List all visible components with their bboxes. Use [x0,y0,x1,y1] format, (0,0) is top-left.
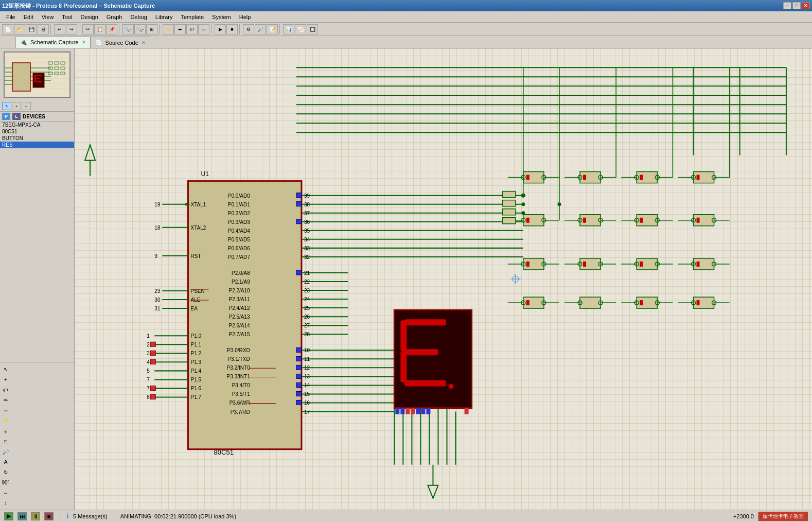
device-7seg[interactable]: 7SEG-MPX1-CA [0,121,74,128]
tb-bus[interactable]: ═ [198,24,209,34]
menu-file[interactable]: File [2,13,20,21]
svg-text:P3.5/T1: P3.5/T1 [232,391,251,397]
svg-rect-212 [421,408,425,414]
menu-tool[interactable]: Tool [58,13,76,21]
tab-source[interactable]: 📄 Source Code ✕ [91,37,150,48]
l-button[interactable]: L [12,113,21,120]
svg-rect-82 [150,359,155,364]
svg-rect-284 [583,262,586,267]
tb-save[interactable]: 💾 [26,24,37,34]
svg-text:16: 16 [304,401,310,406]
tb-stop[interactable]: ■ [226,24,238,34]
svg-rect-272 [697,218,700,223]
play-button[interactable]: ▶ [4,512,13,520]
svg-text:33: 33 [304,246,310,251]
tool-port[interactable]: □ [1,437,10,446]
menu-design[interactable]: Design [77,13,102,21]
svg-text:P0.4/AD4: P0.4/AD4 [228,228,250,234]
menu-system[interactable]: System [208,13,235,21]
svg-text:5: 5 [147,368,150,374]
stop-button[interactable]: ■ [44,512,54,520]
sidebar-add[interactable]: + [12,102,21,110]
pause-button[interactable]: ⏸ [31,512,40,520]
menubar: File Edit View Tool Design Graph Debug L… [0,11,812,23]
svg-text:3: 3 [147,351,150,356]
tb-extra2[interactable]: 📈 [295,24,306,34]
p-button[interactable]: P [2,113,10,120]
device-button[interactable]: BUTTON [0,135,74,142]
svg-text:P3.6/WR: P3.6/WR [230,401,250,406]
tool-lbl[interactable]: 🏷 [1,385,10,394]
sidebar-del[interactable]: − [22,102,31,110]
minimize-button[interactable]: ─ [783,2,791,9]
menu-help[interactable]: Help [235,13,255,21]
tb-extra1[interactable]: 📊 [283,24,294,34]
tool-component[interactable]: + [1,375,10,384]
menu-edit[interactable]: Edit [20,13,38,21]
tb-paste[interactable]: 📌 [106,24,117,34]
tab-schematic-close[interactable]: ✕ [82,40,86,45]
svg-rect-329 [697,300,700,305]
svg-rect-22 [34,75,36,82]
svg-rect-231 [580,172,601,183]
step-button[interactable]: ⏭ [17,512,27,520]
tb-annotate[interactable]: 📝 [267,24,278,34]
svg-marker-216 [428,485,438,498]
svg-rect-323 [640,300,643,305]
menu-debug[interactable]: Debug [126,13,151,21]
device-80c51[interactable]: 80C51 [0,128,74,135]
sidebar-pointer[interactable]: ↖ [2,102,11,110]
tb-zoom-out[interactable]: 🔍- [134,24,146,34]
tb-print[interactable]: 🖨 [38,24,49,34]
tool-ground[interactable]: ⏚ [1,426,10,436]
tb-label[interactable]: 🏷 [186,24,198,34]
tb-undo[interactable]: ↩ [54,24,65,34]
svg-rect-312 [526,300,529,305]
svg-text:P0.7/AD7: P0.7/AD7 [228,254,250,260]
tool-flip-h[interactable]: ↔ [1,488,10,497]
tb-copy[interactable]: 📋 [94,24,105,34]
svg-rect-178 [296,400,302,405]
tb-zoom-in[interactable]: 🔍+ [122,24,134,34]
svg-rect-254 [526,218,529,223]
tb-extra3[interactable]: 🔲 [307,24,318,34]
tab-source-close[interactable]: ✕ [142,40,146,45]
svg-text:27: 27 [304,323,310,328]
tb-open[interactable]: 📂 [14,24,25,34]
tb-redo[interactable]: ↪ [66,24,77,34]
tb-component[interactable]: ⚡ [163,24,174,34]
maximize-button[interactable]: □ [792,2,801,9]
menu-library[interactable]: Library [151,13,177,21]
tool-flip-v[interactable]: ↕ [1,498,10,508]
tool-select[interactable]: ↖ [1,364,10,374]
tb-zoom-fit[interactable]: ⊞ [146,24,157,34]
tool-rotate[interactable]: ↻ [1,467,10,477]
tb-run[interactable]: ▶ [215,24,226,34]
svg-rect-330 [503,192,516,198]
tool-wire[interactable]: ✏ [1,395,10,405]
menu-template[interactable]: Template [176,13,208,21]
svg-text:P0.6/AD6: P0.6/AD6 [228,246,250,251]
svg-rect-8 [12,63,30,91]
svg-rect-209 [405,408,410,414]
menu-graph[interactable]: Graph [102,13,127,21]
schematic-canvas[interactable]: 80C51 U1 19 XTAL1 18 XTAL2 9 RST 29 PSEN… [75,48,812,510]
tool-angle[interactable]: 90° [1,478,10,487]
menu-view[interactable]: View [38,13,58,21]
tb-property[interactable]: ⚙ [243,24,254,34]
tb-new[interactable]: 📄 [2,24,13,34]
svg-rect-78 [150,351,155,355]
close-button[interactable]: ✕ [802,2,810,9]
device-res[interactable]: RES [0,142,74,148]
tool-bus[interactable]: ═ [1,406,10,415]
svg-rect-100 [296,193,302,198]
svg-text:24: 24 [304,297,310,302]
tool-power[interactable]: ⚡ [1,416,10,425]
tb-cut[interactable]: ✂ [82,24,94,34]
tool-text[interactable]: A [1,457,10,466]
tb-wire[interactable]: ➡ [174,24,186,34]
tool-probe[interactable]: 🔎 [1,447,10,456]
svg-text:P0.2/AD2: P0.2/AD2 [228,211,250,216]
tb-search[interactable]: 🔎 [255,24,266,34]
tab-schematic[interactable]: 🔌 Schematic Capture ✕ [15,37,91,48]
